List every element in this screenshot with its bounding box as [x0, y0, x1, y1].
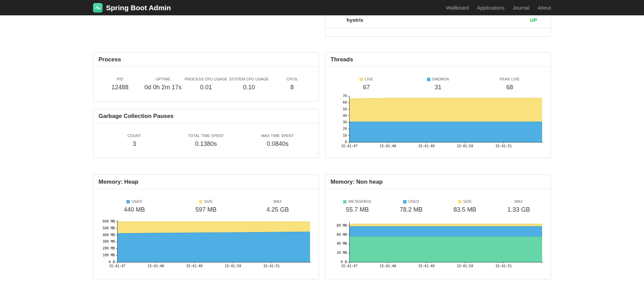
- nav-links: WallboardApplicationsJournalAbout: [442, 5, 551, 11]
- metric-total-time-spent: TOTAL TIME SPENT0.1380s: [170, 134, 242, 148]
- metric-label-size: SIZE: [438, 199, 492, 204]
- metric-used: USED440 MB: [98, 199, 170, 213]
- svg-text:40 MB: 40 MB: [337, 242, 347, 245]
- application-row: hystrix UP: [325, 15, 551, 28]
- metric-max-time-spent: MAX TIME SPENT0.0840s: [242, 134, 313, 148]
- svg-text:15:41:48: 15:41:48: [380, 144, 396, 148]
- svg-text:15:41:50: 15:41:50: [457, 264, 473, 268]
- svg-text:60: 60: [343, 101, 347, 104]
- navbar-inner: Spring Boot Admin WallboardApplicationsJ…: [88, 0, 556, 15]
- left-column: Process PID12488UPTIME0d 0h 2m 17sPROCES…: [93, 15, 319, 279]
- metric-label-used: USED: [98, 199, 170, 204]
- metric-label-total-time-spent: TOTAL TIME SPENT: [170, 134, 242, 138]
- svg-text:20: 20: [343, 127, 347, 131]
- svg-text:15:41:51: 15:41:51: [495, 264, 512, 268]
- metric-uptime: UPTIME0d 0h 2m 17s: [141, 77, 184, 91]
- legend-swatch-used: [126, 200, 130, 203]
- threads-legend: LIVE67DAEMON31PEAK LIVE68: [331, 77, 546, 91]
- metric-peak-live: PEAK LIVE68: [474, 77, 546, 91]
- panel-title-heap: Memory: Heap: [93, 175, 319, 189]
- nav-link-about[interactable]: About: [534, 5, 551, 11]
- svg-text:15:41:48: 15:41:48: [380, 264, 396, 268]
- gc-panel-body: COUNT3TOTAL TIME SPENT0.1380sMAX TIME SP…: [93, 123, 319, 153]
- metric-value-metaspace: 55.7 MB: [331, 206, 384, 213]
- metric-value-max: 4.25 GB: [242, 206, 313, 213]
- metric-value-used: 78.2 MB: [384, 206, 438, 213]
- nav-link-applications[interactable]: Applications: [473, 5, 509, 11]
- threads-chart: 01020304050607015:41:4715:41:4815:41:491…: [331, 93, 546, 150]
- memory-nonheap-panel: Memory: Non heap METASPACE55.7 MBUSED78.…: [325, 174, 551, 279]
- svg-text:80 MB: 80 MB: [337, 224, 347, 227]
- svg-text:15:41:50: 15:41:50: [457, 144, 473, 148]
- brand-title: Spring Boot Admin: [106, 4, 171, 12]
- memory-heap-panel: Memory: Heap USED440 MBSIZE597 MBMAX4.25…: [93, 174, 319, 279]
- metric-live: LIVE67: [331, 77, 402, 91]
- svg-text:300 MB: 300 MB: [103, 240, 115, 243]
- metric-value-daemon: 31: [402, 84, 474, 91]
- metric-label-used: USED: [384, 199, 438, 204]
- svg-text:15:41:47: 15:41:47: [109, 264, 125, 268]
- nonheap-chart: 0 B20 MB40 MB60 MB80 MB15:41:4715:41:481…: [331, 219, 546, 270]
- metric-value-size: 597 MB: [170, 206, 242, 213]
- svg-text:15:41:50: 15:41:50: [225, 264, 241, 268]
- metric-daemon: DAEMON31: [402, 77, 474, 91]
- main-content: Process PID12488UPTIME0d 0h 2m 17sPROCES…: [88, 15, 556, 279]
- process-panel-body: PID12488UPTIME0d 0h 2m 17sPROCESS CPU US…: [93, 67, 319, 96]
- nav-link-wallboard[interactable]: Wallboard: [442, 5, 473, 11]
- metric-label-pid: PID: [98, 77, 141, 81]
- svg-text:50: 50: [343, 107, 347, 111]
- metric-label-process-cpu-usage: PROCESS CPU USAGE: [184, 77, 227, 81]
- metric-used: USED78.2 MB: [384, 199, 438, 213]
- metric-metaspace: METASPACE55.7 MB: [331, 199, 384, 213]
- metric-cpus: CPUS8: [271, 77, 313, 91]
- area-chart-svg: 0 B100 MB200 MB300 MB400 MB500 MB600 MB1…: [98, 217, 313, 269]
- metric-value-live: 67: [331, 84, 402, 91]
- metric-value-max-time-spent: 0.0840s: [242, 140, 313, 148]
- svg-text:500 MB: 500 MB: [103, 226, 115, 230]
- svg-text:20 MB: 20 MB: [337, 251, 347, 255]
- nonheap-panel-body: METASPACE55.7 MBUSED78.2 MBSIZE83.5 MBMA…: [325, 189, 551, 275]
- metric-label-uptime: UPTIME: [141, 77, 184, 81]
- metric-label-max: MAX: [492, 199, 546, 204]
- svg-text:15:41:49: 15:41:49: [418, 144, 434, 148]
- metric-label-count: COUNT: [98, 134, 170, 138]
- metric-label-daemon: DAEMON: [402, 77, 474, 81]
- legend-swatch-size: [458, 200, 461, 203]
- metric-label-size: SIZE: [170, 199, 242, 204]
- panel-title-nonheap: Memory: Non heap: [325, 175, 551, 189]
- svg-text:70: 70: [343, 94, 347, 98]
- svg-text:15:41:47: 15:41:47: [341, 264, 357, 268]
- metric-value-used: 440 MB: [98, 206, 170, 213]
- metric-label-system-cpu-usage: SYSTEM CPU USAGE: [228, 77, 271, 81]
- metric-count: COUNT3: [98, 134, 170, 148]
- legend-swatch-daemon: [427, 78, 430, 81]
- metric-label-live: LIVE: [331, 77, 402, 81]
- metric-value-size: 83.5 MB: [438, 206, 492, 213]
- metric-label-cpus: CPUS: [271, 77, 313, 81]
- brand[interactable]: Spring Boot Admin: [93, 3, 171, 13]
- metric-process-cpu-usage: PROCESS CPU USAGE0.01: [184, 77, 227, 91]
- panel-title-gc: Garbage Collection Pauses: [93, 109, 319, 123]
- metric-value-process-cpu-usage: 0.01: [184, 84, 227, 91]
- nav-link-journal[interactable]: Journal: [509, 5, 534, 11]
- legend-swatch-live: [359, 78, 363, 81]
- metric-label-max-time-spent: MAX TIME SPENT: [242, 134, 313, 138]
- threads-panel-body: LIVE67DAEMON31PEAK LIVE68 01020304050607…: [325, 67, 551, 155]
- status-badge: UP: [530, 17, 537, 23]
- svg-text:0 B: 0 B: [341, 260, 347, 264]
- gc-panel: Garbage Collection Pauses COUNT3TOTAL TI…: [93, 109, 319, 158]
- metric-label-peak-live: PEAK LIVE: [474, 77, 546, 81]
- svg-text:200 MB: 200 MB: [103, 246, 115, 250]
- metric-pid: PID12488: [98, 77, 141, 91]
- metric-value-peak-live: 68: [474, 84, 546, 91]
- legend-swatch-size: [199, 200, 202, 203]
- metric-label-metaspace: METASPACE: [331, 199, 384, 204]
- metric-value-total-time-spent: 0.1380s: [170, 140, 242, 148]
- metric-max: MAX4.25 GB: [242, 199, 313, 213]
- svg-text:15:41:47: 15:41:47: [341, 144, 357, 148]
- metric-value-pid: 12488: [98, 84, 141, 91]
- svg-text:30: 30: [343, 120, 347, 124]
- dashboard-columns: Process PID12488UPTIME0d 0h 2m 17sPROCES…: [93, 15, 551, 279]
- metric-max: MAX1.33 GB: [492, 199, 546, 213]
- top-navbar: Spring Boot Admin WallboardApplicationsJ…: [0, 0, 644, 15]
